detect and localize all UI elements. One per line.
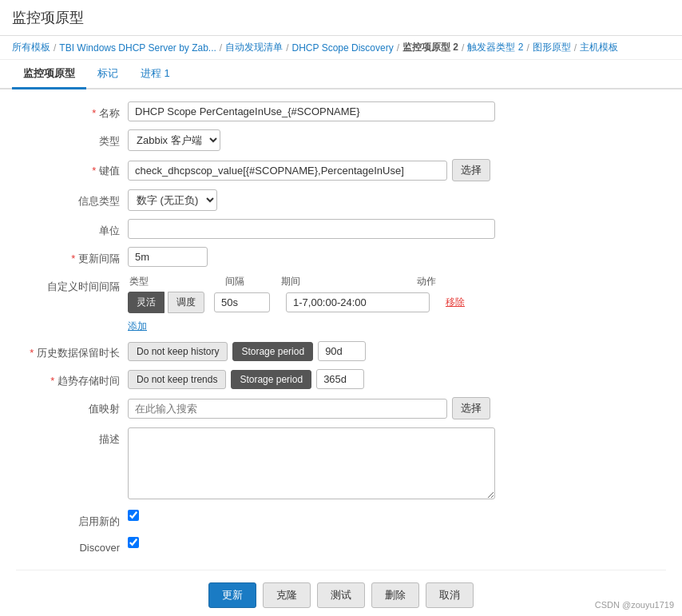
ci-header-interval: 期间 [273,275,401,288]
key-select-button[interactable]: 选择 [452,159,490,181]
ci-header-type: 类型 [129,275,225,288]
desc-textarea[interactable] [128,427,495,499]
discover-checkbox[interactable] [128,537,139,548]
history-label: * 历史数据保留时长 [16,341,128,360]
breadcrumb-template-name[interactable]: TBI Windows DHCP Server by Zab... [59,42,216,54]
type-field: Zabbix 客户端Zabbix 主动式SNMPHTTP [128,129,666,151]
enable-new-checkbox[interactable] [128,510,139,521]
trends-row: * 趋势存储时间 Do not keep trends Storage peri… [16,369,666,389]
trends-storage-button[interactable]: Storage period [231,370,311,389]
watermark: CSDN @zouyu1719 [595,600,674,610]
enable-new-row: 启用新的 [16,510,666,529]
info-type-field: 数字 (无正负)字符日志文本浮点数 [128,189,666,211]
info-type-row: 信息类型 数字 (无正负)字符日志文本浮点数 [16,189,666,211]
unit-label: 单位 [16,219,128,238]
discover-label: Discover [16,537,128,554]
main-content: * 名称 类型 Zabbix 客户端Zabbix 主动式SNMPHTTP * 键… [0,89,682,616]
valuemap-select-button[interactable]: 选择 [452,397,490,419]
desc-field [128,427,666,502]
enable-new-field [128,510,666,521]
history-storage-button[interactable]: Storage period [232,342,313,361]
key-field: 选择 [128,159,666,181]
history-period-input[interactable] [318,341,366,361]
breadcrumb-all-templates[interactable]: 所有模板 [12,41,50,54]
discover-row: Discover [16,537,666,554]
test-button[interactable]: 测试 [317,582,365,608]
interval-label: * 更新间隔 [16,247,128,266]
type-select[interactable]: Zabbix 客户端Zabbix 主动式SNMPHTTP [128,129,220,151]
breadcrumb-host-template[interactable]: 主机模板 [580,41,618,54]
custom-interval-field: 类型 间隔 期间 动作 灵活 调度 移除 添加 [128,275,666,333]
trends-period-input[interactable] [316,369,364,389]
ci-flexible-button[interactable]: 灵活 [128,292,165,313]
type-label: 类型 [16,129,128,149]
interval-field [128,247,666,267]
tab-item-tags[interactable]: 标记 [86,60,129,89]
unit-field [128,219,666,239]
page-header: 监控项原型 [0,0,682,36]
valuemap-row: 值映射 选择 [16,397,666,419]
name-field [128,101,666,121]
ci-add-link[interactable]: 添加 [128,320,147,333]
key-input[interactable] [128,161,447,181]
tab-bar: 监控项原型 标记 进程 1 [0,60,682,89]
breadcrumb-discovery-list[interactable]: 自动发现清单 [225,41,283,54]
interval-row: * 更新间隔 [16,247,666,267]
valuemap-label: 值映射 [16,397,128,416]
breadcrumb-dhcp-scope[interactable]: DHCP Scope Discovery [292,42,394,54]
ci-interval-input[interactable] [214,292,270,312]
ci-header-period: 动作 [401,275,561,288]
interval-input[interactable] [128,247,208,267]
clone-button[interactable]: 克隆 [263,582,311,608]
history-field: Do not keep history Storage period [128,341,666,361]
ci-header-schedule: 间隔 [225,275,273,288]
type-row: 类型 Zabbix 客户端Zabbix 主动式SNMPHTTP [16,129,666,151]
ci-schedule-button[interactable]: 调度 [168,292,204,313]
name-input[interactable] [128,101,495,121]
breadcrumb-current: 监控项原型 2 [402,41,458,54]
valuemap-field: 选择 [128,397,666,419]
breadcrumb: 所有模板 / TBI Windows DHCP Server by Zab...… [0,36,682,60]
info-type-label: 信息类型 [16,189,128,209]
page-title: 监控项原型 [12,8,670,27]
cancel-button[interactable]: 取消 [426,582,474,608]
valuemap-input[interactable] [128,399,447,419]
delete-button[interactable]: 删除 [371,582,419,608]
tab-item-process[interactable]: 进程 1 [129,60,181,89]
custom-interval-label: 自定义时间间隔 [16,275,128,294]
unit-input[interactable] [128,219,495,239]
breadcrumb-graph-proto[interactable]: 图形原型 [533,41,571,54]
enable-new-label: 启用新的 [16,510,128,529]
action-buttons: 更新 克隆 测试 删除 取消 [16,570,666,616]
key-label: * 键值 [16,159,128,178]
info-type-select[interactable]: 数字 (无正负)字符日志文本浮点数 [128,189,217,211]
ci-remove-link[interactable]: 移除 [446,296,465,309]
ci-period-input[interactable] [286,292,430,312]
trends-label: * 趋势存储时间 [16,369,128,388]
name-row: * 名称 [16,101,666,121]
custom-interval-entry: 灵活 调度 移除 [128,292,666,313]
custom-interval-row: 自定义时间间隔 类型 间隔 期间 动作 灵活 调度 移除 添加 [16,275,666,333]
tab-item-prototype[interactable]: 监控项原型 [12,60,86,89]
discover-field [128,537,666,548]
breadcrumb-trigger-types[interactable]: 触发器类型 2 [467,41,523,54]
trends-no-keep-button[interactable]: Do not keep trends [128,370,226,389]
history-row: * 历史数据保留时长 Do not keep history Storage p… [16,341,666,361]
update-button[interactable]: 更新 [208,582,256,608]
trends-field: Do not keep trends Storage period [128,369,666,389]
desc-row: 描述 [16,427,666,502]
history-no-keep-button[interactable]: Do not keep history [128,342,228,361]
key-row: * 键值 选择 [16,159,666,181]
name-label: * 名称 [16,101,128,121]
unit-row: 单位 [16,219,666,239]
desc-label: 描述 [16,427,128,447]
